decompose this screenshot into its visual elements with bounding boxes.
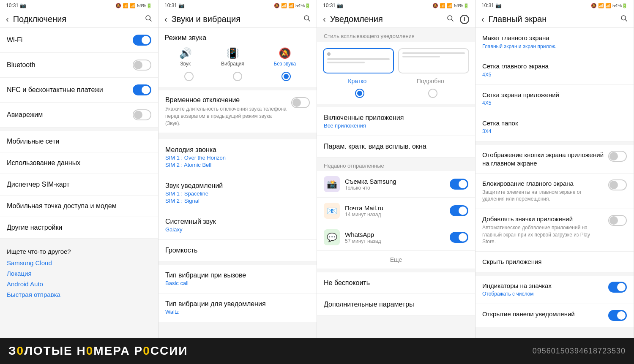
search-button-2[interactable] — [303, 14, 311, 24]
info-button-3[interactable]: i — [460, 15, 469, 24]
back-button-3[interactable]: ‹ — [323, 14, 326, 24]
app-button-item[interactable]: Отображение кнопки экрана приложений на … — [476, 145, 634, 174]
bluetooth-toggle[interactable] — [133, 60, 151, 71]
suggestion-quick-share[interactable]: Быстрая отправка — [7, 291, 151, 298]
status-icons-1: 🔕 📶 📶 54%🔋 — [115, 3, 152, 8]
badges-toggle[interactable] — [608, 282, 627, 293]
wifi-item[interactable]: Wi-Fi — [0, 28, 158, 53]
nfc-toggle[interactable] — [133, 84, 151, 95]
recent-header: Недавно отправленные — [317, 158, 475, 171]
layout-item[interactable]: Макет главного экрана Главный экран и эк… — [476, 28, 634, 56]
enabled-apps-item[interactable]: Включенные приложения Все приложения — [317, 107, 475, 136]
svg-line-1 — [150, 19, 151, 21]
lock-home-toggle[interactable] — [608, 179, 627, 190]
system-sound-item[interactable]: Системный звук Galaxy — [158, 211, 317, 240]
other-settings-item[interactable]: Другие настройки — [0, 217, 158, 239]
radio-notif-detailed[interactable] — [428, 89, 437, 98]
nav-title-3: Уведомления — [330, 14, 446, 24]
notif-preview-detailed[interactable] — [398, 48, 469, 73]
vibration-label: Вибрация — [221, 61, 244, 67]
app-samsung-item[interactable]: 📸 Съемка Samsung Только что — [317, 171, 475, 198]
home-grid-item[interactable]: Сетка главного экрана 4X5 — [476, 56, 634, 84]
suggestion-samsung-cloud[interactable]: Samsung Cloud — [7, 259, 151, 266]
lock-home-item[interactable]: Блокирование главного экрана Защитите эл… — [476, 174, 634, 209]
signal-icons-4: 🔕 📶 📶 54%🔋 — [591, 3, 628, 8]
search-button-1[interactable] — [145, 14, 152, 24]
vibration-call-item[interactable]: Тип вибрации при вызове Basic call — [158, 265, 317, 293]
sound-option-silent[interactable]: 🔕 Без звука — [273, 47, 296, 67]
notif-line-2b — [402, 56, 440, 57]
sounds-list: Режим звука 🔊 Звук 📳 Вибрация 🔕 Без звук… — [158, 28, 317, 338]
notification-sound-item[interactable]: Звук уведомлений SIM 1 : Spaceline SIM 2… — [158, 175, 317, 211]
folder-grid-item[interactable]: Сетка папок 3X4 — [476, 113, 634, 141]
vibration-notif-item[interactable]: Тип вибрации для уведомления Waltz — [158, 293, 317, 322]
notif-panel-toggle[interactable] — [608, 310, 627, 321]
suggestion-android-auto[interactable]: Android Auto — [7, 280, 151, 288]
mobile-networks-item[interactable]: Мобильные сети — [0, 131, 158, 152]
back-button-2[interactable]: ‹ — [164, 14, 167, 24]
app-button-title: Отображение кнопки экрана приложений на … — [482, 151, 604, 167]
lock-home-sub: Защитите элементы на главном экране от у… — [482, 189, 604, 203]
sound-option-sound[interactable]: 🔊 Звук — [179, 47, 192, 67]
notif-preview-brief[interactable] — [323, 48, 394, 73]
wifi-label: Wi-Fi — [7, 36, 133, 44]
back-button-1[interactable]: ‹ — [6, 14, 9, 24]
hotspot-item[interactable]: Мобильная точка доступа и модем — [0, 196, 158, 217]
radio-sound[interactable] — [184, 72, 194, 81]
badges-item[interactable]: Индикаторы на значках Отображать с число… — [476, 276, 634, 304]
nfc-item[interactable]: NFC и бесконтактные платежи — [0, 78, 158, 103]
samsung-notif-toggle[interactable] — [450, 179, 468, 190]
suggestion-location[interactable]: Локация — [7, 270, 151, 277]
airplane-item[interactable]: Авиарежим — [0, 103, 158, 128]
wifi-toggle[interactable] — [133, 35, 151, 46]
search-button-4[interactable] — [620, 14, 628, 24]
nav-title-2: Звуки и вибрация — [172, 14, 303, 24]
ringtone-sim2: SIM 2 : Atomic Bell — [165, 162, 310, 168]
screen-sounds: 10:31 📷 🔕 📶 📶 54%🔋 ‹ Звуки и вибрация Ре… — [158, 0, 317, 338]
app-mail-item[interactable]: 📧 Почта Mail.ru 14 минут назад — [317, 198, 475, 224]
data-usage-item[interactable]: Использование данных — [0, 152, 158, 174]
apps-grid-title: Сетка экрана приложений — [482, 91, 627, 99]
bluetooth-item[interactable]: Bluetooth — [0, 53, 158, 78]
bottom-banner: З0ЛОТЫЕ Н0МЕРА Р0ССИИ 095601503946187235… — [0, 338, 634, 364]
whatsapp-notif-toggle[interactable] — [450, 232, 468, 243]
notif-panel-item[interactable]: Открытие панели уведомлений — [476, 304, 634, 327]
nav-bar-3: ‹ Уведомления i — [317, 11, 475, 28]
sim-manager-item[interactable]: Диспетчер SIM-карт — [0, 174, 158, 196]
ringtone-item[interactable]: Мелодия звонка SIM 1 : Over the Horizon … — [158, 139, 317, 175]
search-button-3[interactable] — [446, 14, 454, 24]
app-button-toggle[interactable] — [608, 151, 627, 162]
svg-line-3 — [308, 19, 310, 21]
add-icons-sub: Автоматическое добавление приложений на … — [482, 224, 604, 245]
advanced-item[interactable]: Дополнительные параметры — [317, 294, 475, 315]
brief-params-title: Парам. кратк. вида всплыв. окна — [324, 143, 468, 150]
back-button-4[interactable]: ‹ — [481, 14, 484, 24]
svg-point-2 — [304, 16, 309, 20]
dnd-item[interactable]: Не беспокоить — [317, 272, 475, 294]
radio-silent[interactable] — [281, 72, 291, 81]
more-button[interactable]: Еще — [317, 251, 475, 269]
banner-text: З0ЛОТЫЕ Н0МЕРА Р0ССИИ — [8, 344, 188, 358]
airplane-toggle[interactable] — [133, 109, 151, 120]
brief-params-item[interactable]: Парам. кратк. вида всплыв. окна — [317, 136, 475, 158]
volume-item[interactable]: Громкость — [158, 240, 317, 261]
apps-grid-item[interactable]: Сетка экрана приложений 4X5 — [476, 85, 634, 113]
svg-point-6 — [621, 16, 626, 20]
radio-vibration[interactable] — [233, 72, 242, 81]
temp-off-toggle[interactable] — [291, 97, 310, 108]
sound-option-vibration[interactable]: 📳 Вибрация — [221, 47, 244, 67]
radio-notif-brief[interactable] — [355, 89, 364, 98]
add-icons-item[interactable]: Добавлять значки приложений Автоматическ… — [476, 209, 634, 252]
apps-grid-sub: 4X5 — [482, 100, 627, 107]
app-whatsapp-item[interactable]: 💬 WhatsApp 57 минут назад — [317, 224, 475, 251]
signal-icons-2: 🔕 📶 📶 54%🔋 — [274, 3, 311, 8]
system-sound-sub: Galaxy — [165, 226, 310, 233]
vibration-notif-title: Тип вибрации для уведомления — [165, 300, 310, 308]
mail-notif-toggle[interactable] — [450, 205, 468, 216]
vibration-notif-sub: Waltz — [165, 309, 310, 315]
sound-icon: 🔊 — [179, 47, 192, 59]
folder-grid-title: Сетка папок — [482, 119, 627, 128]
add-icons-toggle[interactable] — [608, 215, 627, 226]
hide-apps-item[interactable]: Скрыть приложения — [476, 252, 634, 272]
dnd-title: Не беспокоить — [324, 279, 370, 287]
